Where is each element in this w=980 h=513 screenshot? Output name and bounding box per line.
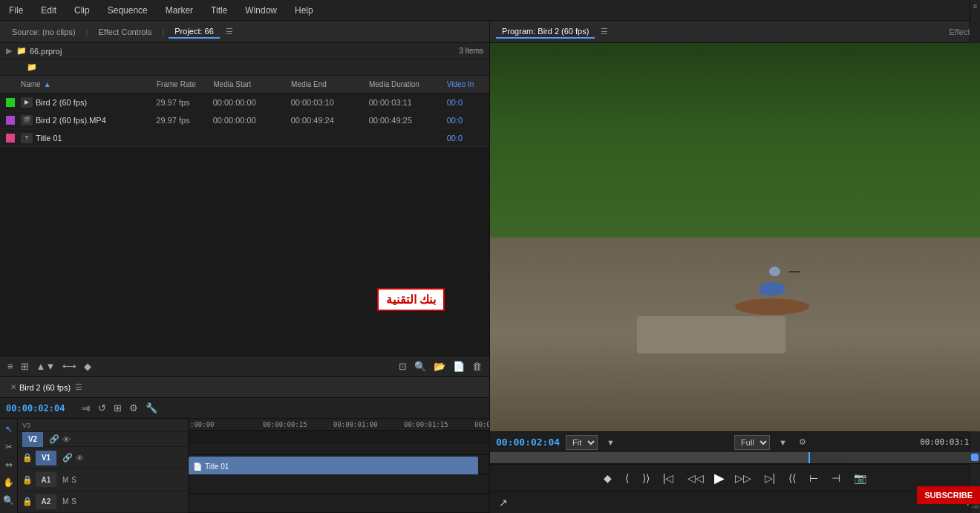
track-v3-label: V3	[22, 422, 43, 429]
timeline-tool-strip: ↖ ✂ ⇔ ✋ 🔍	[0, 419, 18, 513]
folder-expand-icon[interactable]: ▶	[6, 46, 16, 56]
step-backward-btn[interactable]: ◁◁	[685, 471, 707, 486]
track-v1-lock[interactable]: 🔒	[22, 453, 33, 463]
snap-tool[interactable]: ⫥	[79, 401, 92, 415]
shuttle-btn[interactable]: ⟨⟨	[785, 471, 799, 486]
track-v2-eye[interactable]: 👁	[62, 435, 71, 444]
fit-dropdown[interactable]: Fit	[566, 435, 598, 450]
step-forward-btn[interactable]: ▷▷	[732, 471, 754, 486]
media-vin-3: 00:0	[447, 134, 489, 143]
play-btn[interactable]: ▶	[714, 470, 725, 486]
track-controls: V3 V2 🔗 👁 🔒 V1 🔗 👁	[18, 419, 189, 513]
go-to-out-btn[interactable]: ▷|	[762, 471, 779, 486]
track-v3-area	[189, 431, 489, 442]
track-v2-badge: V2	[22, 432, 43, 447]
tab-close-icon[interactable]: ✕	[10, 383, 16, 391]
tab-timeline-sequence[interactable]: ✕ Bird 2 (60 fps) ☰	[6, 381, 87, 393]
tab-project[interactable]: Project: 66	[169, 25, 220, 39]
media-end-2: 00:00:49:24	[291, 116, 369, 125]
select-tool[interactable]: ↖	[1, 422, 16, 437]
watermark-badge: بنك التقنية	[377, 288, 445, 311]
go-to-in-btn[interactable]: |◁	[660, 471, 677, 486]
ruler-mark-2: 00:00:01:00	[333, 421, 378, 428]
track-a1-lock[interactable]: 🔒	[22, 475, 33, 485]
track-a1-m[interactable]: M	[62, 476, 68, 484]
new-folder-icon[interactable]: 📁	[27, 62, 37, 72]
menu-sequence[interactable]: Sequence	[105, 4, 151, 17]
menu-clip[interactable]: Clip	[71, 4, 93, 17]
track-a2-s[interactable]: S	[71, 497, 76, 506]
tab-effect-controls[interactable]: Effect Controls	[92, 26, 157, 38]
ripple-edit-tool[interactable]: ⇔	[1, 457, 16, 472]
tab-source[interactable]: Source: (no clips)	[6, 26, 82, 38]
settings-icon[interactable]: ⚙	[799, 437, 806, 447]
track-a1-s[interactable]: S	[71, 476, 76, 484]
col-videoin-header: Video In	[447, 80, 489, 88]
quality-chevron[interactable]: ▼	[779, 438, 787, 447]
media-item-bird-mp4[interactable]: 🎬 Bird 2 (60 fps).MP4 29.97 fps 00:00:00…	[0, 111, 489, 129]
quality-dropdown[interactable]: Full	[734, 435, 770, 450]
fit-chevron[interactable]: ▼	[607, 438, 615, 447]
zoom-tool[interactable]: 🔍	[1, 493, 16, 508]
overwrite-btn[interactable]: ⊣	[829, 471, 843, 486]
autofit-icon[interactable]: ⟷	[61, 359, 78, 373]
timeline-sequence-label: Bird 2 (60 fps)	[19, 383, 71, 392]
insert-track-tool[interactable]: ⊞	[112, 401, 123, 415]
new-item-icon[interactable]: 📄	[451, 359, 466, 373]
insert-btn[interactable]: ⊢	[806, 471, 821, 486]
cut-tool[interactable]: ✂	[1, 440, 16, 454]
timeline-menu-icon[interactable]: ☰	[75, 382, 82, 392]
project-menu-btn[interactable]: ☰	[226, 27, 233, 36]
media-fps-1: 29.97 fps	[156, 98, 212, 107]
list-view-icon[interactable]: ≡	[6, 359, 15, 373]
track-a2-lock[interactable]: 🔒	[22, 497, 33, 506]
monitor-duration: 00:00:03:11	[920, 437, 974, 447]
media-item-title01[interactable]: T Title 01 00:0	[0, 129, 489, 147]
menu-title[interactable]: Title	[208, 4, 230, 17]
icon-view-icon[interactable]: ⊞	[19, 359, 30, 373]
title-clip-icon: 📄	[193, 463, 202, 471]
program-tabs: Program: Bird 2 (60 fps) ☰ Effects	[490, 21, 980, 43]
menu-window[interactable]: Window	[242, 4, 280, 17]
add-marker-btn[interactable]: ◆	[601, 471, 615, 486]
track-a1-area	[189, 474, 489, 494]
in-point-btn[interactable]: ⟩⟩	[639, 471, 653, 486]
menu-help[interactable]: Help	[292, 4, 316, 17]
track-v1-eye[interactable]: 👁	[76, 454, 84, 463]
track-a2-m[interactable]: M	[62, 497, 68, 506]
menu-file[interactable]: File	[6, 4, 26, 17]
hand-tool[interactable]: ✋	[1, 475, 16, 490]
sort-icon-btn[interactable]: ▲▼	[35, 359, 57, 373]
tab-program-monitor[interactable]: Program: Bird 2 (60 fps)	[496, 25, 595, 39]
monitor-scrubber[interactable]	[490, 452, 980, 464]
step-back-btn[interactable]: ⟨	[622, 471, 632, 486]
wrench-tool[interactable]: 🔧	[144, 401, 159, 415]
project-panel: Source: (no clips) | Effect Controls | P…	[0, 21, 489, 377]
settings-tool[interactable]: ⚙	[128, 401, 140, 415]
menu-marker[interactable]: Marker	[163, 4, 196, 17]
media-fps-2: 29.97 fps	[156, 116, 212, 125]
new-bin-icon[interactable]: 📂	[432, 359, 447, 373]
program-menu-btn[interactable]: ☰	[601, 27, 608, 36]
subscribe-badge[interactable]: SUBSCRIBE	[917, 486, 980, 504]
watermark-text: بنك التقنية	[386, 293, 436, 306]
free-speech-icon[interactable]: ◆	[82, 359, 93, 373]
media-item-bird-sequence[interactable]: ▶ Bird 2 (60 fps) 29.97 fps 00:00:00:00 …	[0, 94, 489, 111]
export-btn[interactable]: ↗	[496, 495, 511, 510]
folder-icon: 📁	[16, 46, 27, 56]
in-point-marker	[971, 454, 979, 461]
delete-icon[interactable]: 🗑	[471, 359, 483, 373]
track-a2-area	[189, 494, 489, 513]
timeline-tools: 00:00:02:04 ⫥ ↺ ⊞ ⚙ 🔧	[0, 398, 489, 419]
color-icon-pink	[6, 134, 15, 143]
menu-edit[interactable]: Edit	[38, 4, 59, 17]
storyboard-icon[interactable]: ⊡	[397, 359, 408, 373]
transport-controls: ◆ ⟨ ⟩⟩ |◁ ◁◁ ▶ ▷▷ ▷| ⟨⟨ ⊢ ⊣ 📷	[490, 464, 980, 491]
track-a2-header: 🔒 A2 M S	[18, 491, 188, 514]
search-icon[interactable]: 🔍	[413, 359, 428, 373]
col-mediaend-header: Media End	[291, 80, 369, 88]
media-dur-2: 00:00:49:25	[369, 116, 447, 125]
item-count: 3 Items	[459, 47, 483, 55]
ripple-tool[interactable]: ↺	[97, 401, 108, 415]
lift-btn[interactable]: 📷	[851, 471, 869, 486]
